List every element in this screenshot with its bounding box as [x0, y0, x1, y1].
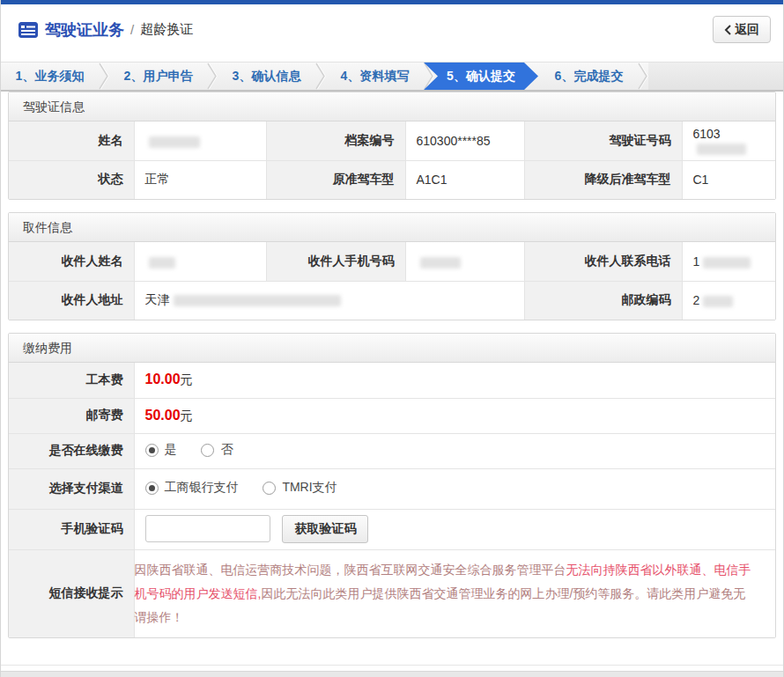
- step-4-fill-materials[interactable]: 4、资料填写: [326, 63, 424, 90]
- online-pay-options: 是 否: [134, 433, 775, 468]
- back-button[interactable]: 返回: [713, 16, 771, 43]
- captcha-row: 获取验证码: [134, 509, 775, 549]
- breadcrumb-current: 超龄换证: [140, 21, 193, 38]
- redacted-value: [174, 295, 341, 306]
- license-info-table: 姓名 档案编号 610300****85 驾驶证号码 6103 状态 正常 原准…: [9, 121, 775, 199]
- captcha-input[interactable]: [145, 515, 270, 542]
- down-class-value: C1: [682, 160, 775, 199]
- postage-fee-label: 邮寄费: [9, 398, 134, 433]
- redacted-value: [703, 257, 751, 269]
- step-separator-icon: [315, 62, 326, 91]
- license-no-value: 6103: [682, 121, 775, 160]
- table-row: 手机验证码 获取验证码: [9, 509, 775, 549]
- table-row: 是否在线缴费 是 否: [9, 433, 775, 468]
- step-2-user-declaration[interactable]: 2、用户申告: [109, 63, 207, 90]
- status-label: 状态: [9, 160, 134, 199]
- recipient-name-label: 收件人姓名: [9, 242, 134, 281]
- down-class-label: 降级后准驾车型: [524, 160, 682, 199]
- recipient-address-label: 收件人地址: [9, 281, 134, 320]
- table-row: 工本费 10.00元: [9, 363, 775, 398]
- cost-fee-value: 10.00元: [134, 363, 775, 398]
- fees-table: 工本费 10.00元 邮寄费 50.00元 是否在线缴费 是 否 选择支付渠道 …: [9, 363, 775, 637]
- radio-icon: [145, 482, 159, 495]
- fees-title: 缴纳费用: [9, 334, 775, 363]
- form-list-icon: [18, 22, 38, 38]
- step-3-confirm-info[interactable]: 3、确认信息: [218, 63, 315, 90]
- page: 驾驶证业务 / 超龄换证 返回 1、业务须知 2、用户申告 3、确认信息 4、资…: [0, 0, 784, 677]
- radio-label: 工商银行支付: [165, 480, 239, 496]
- redacted-value: [703, 296, 733, 307]
- recipient-name-value: [134, 242, 266, 281]
- name-label: 姓名: [9, 121, 134, 160]
- stepbar-tail: [648, 63, 783, 90]
- pickup-info-title: 取件信息: [9, 213, 775, 242]
- radio-label: TMRI支付: [282, 480, 337, 496]
- redacted-value: [149, 136, 200, 148]
- status-value: 正常: [134, 160, 266, 199]
- radio-channel-tmri[interactable]: TMRI支付: [263, 480, 337, 496]
- header: 驾驶证业务 / 超龄换证 返回: [1, 4, 783, 55]
- step-5-confirm-submit[interactable]: 5、确认提交: [424, 63, 538, 90]
- step-1-business-notes[interactable]: 1、业务须知: [1, 63, 99, 90]
- breadcrumb-separator: /: [130, 22, 134, 37]
- file-no-value: 610300****85: [405, 121, 524, 160]
- step-separator-icon: [638, 62, 648, 91]
- table-row: 邮寄费 50.00元: [9, 398, 775, 433]
- chevron-left-icon: [724, 25, 731, 35]
- license-info-panel: 驾驶证信息 姓名 档案编号 610300****85 驾驶证号码 6103 状态…: [8, 92, 776, 200]
- redacted-value: [697, 143, 746, 155]
- table-row: 收件人地址 天津 邮政编码 2: [9, 281, 775, 320]
- recipient-phone-value: 1: [682, 242, 775, 281]
- radio-label: 是: [165, 442, 177, 458]
- table-row: 姓名 档案编号 610300****85 驾驶证号码 6103: [9, 121, 775, 160]
- pickup-info-table: 收件人姓名 收件人手机号码 收件人联系电话 1 收件人地址 天津 邮政编码 2: [9, 242, 775, 320]
- pay-channel-options: 工商银行支付 TMRI支付: [134, 468, 775, 509]
- cost-fee-label: 工本费: [9, 363, 134, 398]
- redacted-value: [149, 257, 175, 269]
- postage-fee-value: 50.00元: [134, 398, 775, 433]
- step-progress-bar: 1、业务须知 2、用户申告 3、确认信息 4、资料填写 5、确认提交 6、完成提…: [1, 62, 783, 92]
- file-no-label: 档案编号: [266, 121, 405, 160]
- postage-unit: 元: [181, 408, 193, 423]
- get-captcha-button[interactable]: 获取验证码: [282, 515, 368, 543]
- pickup-info-panel: 取件信息 收件人姓名 收件人手机号码 收件人联系电话 1 收件人地址 天津 邮政…: [8, 212, 776, 320]
- fees-panel: 缴纳费用 工本费 10.00元 邮寄费 50.00元 是否在线缴费 是 否 选择…: [8, 333, 776, 638]
- table-row: 状态 正常 原准驾车型 A1C1 降级后准驾车型 C1: [9, 160, 775, 199]
- radio-icon: [145, 444, 159, 457]
- notice-segment: 因陕西省联通、电信运营商技术问题，陕西省互联网交通安全综合服务管理平台: [135, 563, 566, 577]
- radio-icon: [263, 482, 276, 495]
- recipient-mobile-value: [405, 242, 524, 281]
- radio-label: 否: [220, 442, 233, 458]
- sms-notice-label: 短信接收提示: [9, 549, 134, 637]
- recipient-address-value: 天津: [134, 281, 524, 320]
- radio-online-pay-no[interactable]: 否: [201, 442, 233, 458]
- radio-channel-icbc[interactable]: 工商银行支付: [145, 480, 239, 496]
- table-row: 选择支付渠道 工商银行支付 TMRI支付: [9, 468, 775, 509]
- license-no-label: 驾驶证号码: [524, 121, 682, 160]
- redacted-value: [420, 257, 461, 269]
- name-value: [134, 121, 266, 160]
- cost-unit: 元: [181, 372, 193, 386]
- license-info-title: 驾驶证信息: [9, 92, 775, 121]
- table-row: 收件人姓名 收件人手机号码 收件人联系电话 1: [9, 242, 775, 281]
- radio-icon: [201, 444, 214, 457]
- table-row: 短信接收提示 因陕西省联通、电信运营商技术问题，陕西省互联网交通安全综合服务管理…: [9, 549, 775, 637]
- captcha-label: 手机验证码: [9, 509, 134, 549]
- pay-channel-label: 选择支付渠道: [9, 468, 134, 509]
- postage-amount: 50.00: [145, 408, 181, 423]
- page-title: 驾驶证业务: [45, 19, 124, 40]
- recipient-phone-label: 收件人联系电话: [524, 242, 682, 281]
- back-button-label: 返回: [735, 22, 759, 38]
- step-separator-icon: [207, 62, 218, 91]
- sms-notice-text: 因陕西省联通、电信运营商技术问题，陕西省互联网交通安全综合服务管理平台无法向持陕…: [134, 549, 775, 637]
- recipient-mobile-label: 收件人手机号码: [266, 242, 405, 281]
- bottom-strip: [1, 671, 783, 677]
- zip-code-value: 2: [682, 281, 775, 320]
- radio-online-pay-yes[interactable]: 是: [145, 442, 177, 458]
- cost-amount: 10.00: [145, 372, 181, 386]
- online-pay-label: 是否在线缴费: [9, 433, 134, 468]
- zip-code-label: 邮政编码: [524, 281, 682, 320]
- step-separator-icon: [99, 62, 109, 91]
- orig-class-label: 原准驾车型: [266, 160, 405, 199]
- step-6-complete-submit[interactable]: 6、完成提交: [540, 63, 638, 90]
